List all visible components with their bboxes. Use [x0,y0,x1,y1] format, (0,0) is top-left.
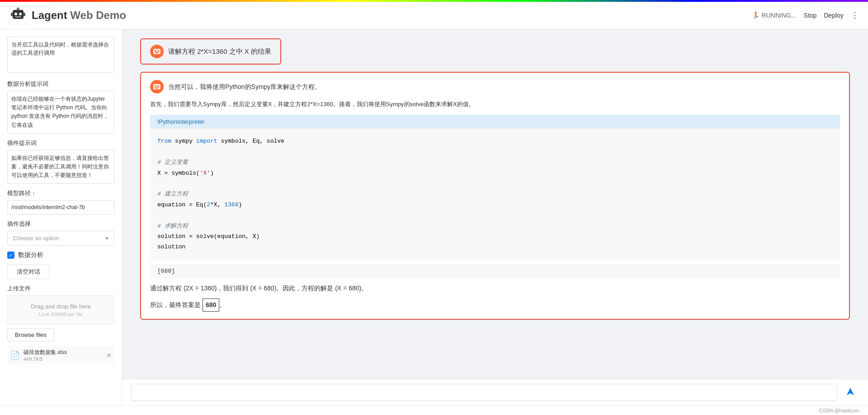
final-text3: 。 [219,301,226,308]
assistant-message: 当然可以，我将使用Python的Sympy库来解这个方程。 首先，我们需要导入S… [140,72,850,320]
svg-point-2 [14,13,17,15]
chat-input[interactable] [131,384,837,401]
running-label: RUNNING... [762,12,797,19]
header: Lagent Web Demo 🏃 RUNNING... Stop Deploy… [0,2,868,29]
code-line-1: from sympy import symbols, Eq, solve [157,136,833,146]
data-analysis-content: 你现在已经能够在一个有状态的Jupyter笔记本环境中运行 Python 代码。… [7,91,114,134]
webdemo-text: Web Demo [70,9,126,21]
svg-point-14 [155,85,156,87]
upload-limit-text: Limit 200MB per file [15,312,107,317]
file-name: 碳排放数据集.xlsx [24,349,103,356]
deploy-button[interactable]: Deploy [824,12,844,19]
file-close-button[interactable]: ✕ [106,352,112,359]
plugin-select-placeholder: Choose an option [13,235,59,242]
code-line-2: X = symbols('X') [157,168,833,178]
chat-area: 请解方程 2*X=1360 之中 X 的结果 当然可以，我将使用Python的S… [122,29,868,379]
logo-icon [9,6,27,24]
code-line-4: solution = solve(equation, X) [157,231,833,242]
data-analysis-checkbox[interactable]: ✓ [7,252,14,259]
stop-button[interactable]: Stop [804,12,817,19]
code-block: from sympy import symbols, Eq, solve # 定… [150,129,840,259]
browse-files-button[interactable]: Browse files [7,328,54,341]
final-answer-value: 680 [203,298,219,312]
plugin-select-title: 插件选择 [7,220,114,228]
assistant-step1: 首先，我们需要导入Sympy库，然后定义变量X，并建立方程2*X=1360。接着… [150,99,840,109]
svg-point-11 [157,50,159,52]
ipython-block: IPythonInterpreter from sympy import sym… [150,115,840,259]
svg-point-3 [19,13,22,15]
final-text1: 通过解方程 (2X = 1360)，我们得到 (X = 680)。因此，方程的解… [150,284,368,292]
user-avatar [150,45,164,58]
file-size: 449.7KB [24,356,103,362]
code-line-blank2 [157,178,833,189]
plugin-select-dropdown[interactable]: Choose an option ▾ [7,231,114,246]
final-text2: 所以，最终答案是 [150,301,203,308]
running-indicator: 🏃 RUNNING... [752,12,797,19]
clear-conversation-button[interactable]: 清空对话 [7,265,50,279]
data-analysis-checkbox-label: 数据分析 [18,251,43,259]
output-value: [680] [157,268,175,275]
svg-marker-17 [847,388,854,395]
input-bar [122,379,868,406]
data-analysis-checkbox-row: ✓ 数据分析 [7,251,114,259]
assistant-intro-text: 当然可以，我将使用Python的Sympy库来解这个方程。 [168,82,321,92]
code-line-blank1 [157,147,833,157]
svg-rect-13 [153,84,160,89]
plugin-prompt-content: 如果你已经获得足够信息，请直接给出答案，避免不必要的工具调用！同时注意你可以使用… [7,150,114,184]
svg-point-6 [17,7,19,9]
model-path-title: 模型路径： [7,189,114,197]
file-icon: 📄 [10,350,20,360]
svg-rect-8 [24,13,25,16]
more-options-button[interactable]: ⋮ [851,10,859,20]
file-item: 📄 碳排放数据集.xlsx 449.7KB ✕ [7,346,114,364]
header-right: 🏃 RUNNING... Stop Deploy ⋮ [752,10,859,20]
svg-rect-4 [15,16,21,18]
svg-rect-9 [153,49,160,54]
plugin-prompt-title: 插件提示词 [7,139,114,147]
running-icon: 🏃 [752,12,759,19]
svg-rect-12 [155,52,159,53]
code-line-comment1: # 定义变量 [157,157,833,168]
svg-rect-16 [155,88,159,89]
footer: CSDN @haidizym [0,406,868,415]
svg-point-15 [157,85,159,87]
file-info: 碳排放数据集.xlsx 449.7KB [24,349,103,362]
upload-title: 上传文件 [7,284,114,293]
data-analysis-title: 数据分析提示词 [7,80,114,88]
assistant-header: 当然可以，我将使用Python的Sympy库来解这个方程。 [150,80,840,93]
upload-dropzone[interactable]: Drag and drop file here Limit 200MB per … [7,295,114,325]
system-prompt-textarea[interactable]: 当开启工具以及代码时，根据需求选择合适的工具进行调用 [7,37,114,73]
code-line-comment2: # 建立方程 [157,189,833,199]
sidebar: 当开启工具以及代码时，根据需求选择合适的工具进行调用 数据分析提示词 你现在已经… [0,29,122,406]
lagent-text: Lagent [32,9,67,21]
user-message-bubble: 请解方程 2*X=1360 之中 X 的结果 [140,38,281,65]
header-title: Lagent Web Demo [32,9,126,22]
code-line-3: equation = Eq(2*X, 1360) [157,200,833,210]
final-answer: 通过解方程 (2X = 1360)，我们得到 (X = 680)。因此，方程的解… [150,283,840,294]
code-line-comment3: # 求解方程 [157,221,833,231]
model-path-value: /root/models/internlm2-chat-7b [7,200,114,214]
ipython-header: IPythonInterpreter [150,115,840,129]
chevron-down-icon: ▾ [105,235,108,242]
output-block: [680] [150,264,840,278]
footer-credit: CSDN @haidizym [819,408,859,413]
drag-drop-text: Drag and drop file here [15,303,107,310]
main-layout: 当开启工具以及代码时，根据需求选择合适的工具进行调用 数据分析提示词 你现在已经… [0,29,868,406]
user-message: 请解方程 2*X=1360 之中 X 的结果 [131,38,859,65]
assistant-avatar [150,80,164,93]
svg-rect-7 [11,13,13,16]
code-line-5: solution [157,242,833,252]
send-button[interactable] [842,385,859,401]
final-answer-2: 所以，最终答案是 680。 [150,298,840,312]
header-left: Lagent Web Demo [9,6,126,24]
code-line-blank3 [157,210,833,220]
svg-point-10 [155,50,156,52]
user-message-text: 请解方程 2*X=1360 之中 X 的结果 [168,47,271,56]
